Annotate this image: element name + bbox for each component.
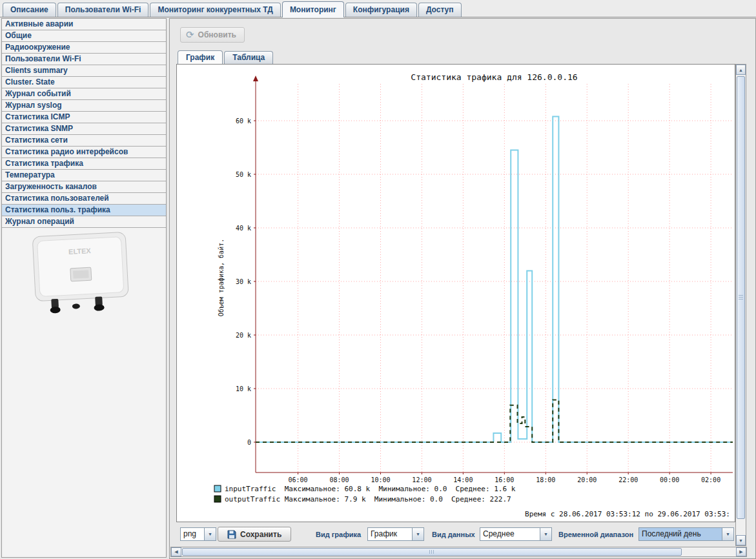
- svg-text:16:00: 16:00: [495, 476, 514, 483]
- chevron-down-icon[interactable]: ▼: [540, 528, 551, 540]
- refresh-button[interactable]: ⟳ Обновить: [180, 27, 245, 43]
- chevron-down-icon[interactable]: ▼: [412, 528, 424, 540]
- refresh-label: Обновить: [198, 30, 236, 39]
- chart-viewport: 06:0008:0010:0012:0014:0016:0018:0020:00…: [176, 64, 735, 522]
- top-tab-bar: ОписаниеПользователи Wi-FiМониторинг кон…: [0, 0, 756, 17]
- sidebar-item-traffic-stats[interactable]: Статистика трафика: [2, 158, 166, 170]
- svg-text:0: 0: [247, 439, 251, 446]
- data-type-label: Вид данных: [432, 526, 475, 543]
- floppy-icon: [227, 530, 236, 539]
- svg-text:20 k: 20 k: [236, 332, 251, 339]
- svg-text:12:00: 12:00: [412, 476, 431, 483]
- chart-type-select[interactable]: График ▼: [367, 527, 424, 541]
- sidebar-item-event-log[interactable]: Журнал событий: [2, 88, 166, 100]
- save-label: Сохранить: [240, 530, 281, 539]
- sidebar-item-network-stats[interactable]: Статистика сети: [2, 135, 166, 147]
- vertical-scroll-thumb[interactable]: [737, 76, 745, 519]
- traffic-chart: 06:0008:0010:0012:0014:0016:0018:0020:00…: [177, 65, 735, 522]
- sidebar-item-active-alarms[interactable]: Активные аварии: [2, 19, 166, 30]
- data-type-value: Среднее: [480, 528, 540, 540]
- svg-text:60 k: 60 k: [236, 117, 251, 125]
- svg-text:40 k: 40 k: [236, 225, 251, 232]
- series-outputTraffic: [256, 400, 733, 442]
- sidebar-item-temperature[interactable]: Температура: [2, 170, 166, 181]
- sidebar-item-clients-summary[interactable]: Clients summary: [2, 65, 166, 77]
- svg-text:22:00: 22:00: [618, 476, 638, 483]
- sidebar-item-general[interactable]: Общие: [2, 30, 166, 42]
- tab-configuration[interactable]: Конфигурация: [345, 3, 417, 17]
- main-panel: ⟳ Обновить ГрафикТаблица 06:0008:0010:00…: [169, 18, 756, 559]
- vertical-scrollbar[interactable]: ▲ ▼: [735, 64, 746, 546]
- content-tab-table[interactable]: Таблица: [224, 51, 273, 64]
- sidebar-item-operations-log[interactable]: Журнал операций: [2, 216, 166, 228]
- sidebar-item-wifi-users[interactable]: Пользователи Wi-Fi: [2, 54, 166, 65]
- sidebar-item-user-stats[interactable]: Статистика пользователей: [2, 193, 166, 205]
- sidebar-item-radio-environment[interactable]: Радиоокружение: [2, 42, 166, 54]
- svg-text:10:00: 10:00: [371, 476, 390, 483]
- chart-time-range: Время с 28.06.2017 03:53:12 по 29.06.201…: [525, 510, 730, 518]
- scroll-left-button[interactable]: ◀: [171, 547, 181, 556]
- legend-swatch-inputTraffic: [214, 485, 221, 492]
- chart-title: Статистика трафика для 126.0.0.16: [411, 72, 577, 82]
- tab-neighbor-ap-monitoring[interactable]: Мониторинг конкурентных ТД: [150, 3, 280, 17]
- series-inputTraffic: [256, 116, 733, 442]
- device-image: ELTEX: [16, 230, 145, 320]
- sidebar-item-user-traffic-stats[interactable]: Статистика польз. трафика: [2, 205, 166, 216]
- horizontal-scroll-thumb[interactable]: [182, 548, 682, 556]
- tab-wifi-users[interactable]: Пользователи Wi-Fi: [57, 3, 149, 17]
- svg-text:10 k: 10 k: [236, 385, 251, 392]
- svg-text:50 k: 50 k: [236, 171, 251, 178]
- save-button[interactable]: Сохранить: [218, 527, 291, 542]
- format-select[interactable]: png ▼: [180, 527, 216, 541]
- svg-text:18:00: 18:00: [536, 476, 555, 483]
- sidebar-item-icmp-stats[interactable]: Статистика ICMP: [2, 112, 166, 123]
- scroll-right-button[interactable]: ▶: [736, 547, 746, 556]
- sidebar-item-cluster-state[interactable]: Cluster. State: [2, 77, 166, 88]
- chart-type-value: График: [368, 528, 412, 540]
- svg-text:30 k: 30 k: [236, 278, 251, 285]
- device-brand-label: ELTEX: [68, 247, 92, 256]
- legend-entry-outputTraffic: outputTraffic Максимальное: 7.9 k Минима…: [225, 495, 511, 503]
- content-tab-chart[interactable]: График: [178, 50, 223, 65]
- svg-text:00:00: 00:00: [660, 476, 679, 483]
- legend-swatch-outputTraffic: [214, 496, 221, 502]
- refresh-icon: ⟳: [186, 29, 194, 41]
- sidebar-item-snmp-stats[interactable]: Статистика SNMP: [2, 123, 166, 135]
- time-range-label: Временной диапазон: [558, 526, 633, 543]
- svg-text:14:00: 14:00: [453, 476, 473, 483]
- chevron-down-icon[interactable]: ▼: [722, 528, 733, 540]
- tab-monitoring[interactable]: Мониторинг: [282, 1, 344, 17]
- svg-text:02:00: 02:00: [701, 476, 720, 483]
- data-type-select[interactable]: Среднее ▼: [480, 527, 552, 541]
- content-tab-bar: ГрафикТаблица: [178, 50, 273, 64]
- tab-description[interactable]: Описание: [3, 3, 56, 17]
- svg-text:20:00: 20:00: [577, 476, 597, 483]
- sidebar-item-list: Активные аварииОбщиеРадиоокружениеПользо…: [2, 19, 166, 228]
- scroll-up-button[interactable]: ▲: [736, 65, 746, 75]
- sidebar-item-radio-interface-stats[interactable]: Статистика радио интерфейсов: [2, 147, 166, 158]
- chart-type-label: Вид графика: [316, 526, 361, 543]
- legend-entry-inputTraffic: inputTraffic Максимальное: 60.8 k Минима…: [225, 485, 516, 493]
- svg-text:06:00: 06:00: [288, 476, 307, 483]
- chart-ylabel: Объем трафика, байт.: [218, 239, 225, 316]
- format-select-value: png: [181, 528, 204, 540]
- svg-text:08:00: 08:00: [329, 476, 349, 483]
- tab-access[interactable]: Доступ: [418, 3, 462, 17]
- sidebar-item-channel-utilization[interactable]: Загруженность каналов: [2, 181, 166, 193]
- horizontal-scrollbar[interactable]: ◀ ▶: [170, 547, 747, 557]
- sidebar: Активные аварииОбщиеРадиоокружениеПользо…: [1, 18, 167, 558]
- time-range-select[interactable]: Последний день ▼: [639, 527, 734, 541]
- chart-controls: png ▼ Сохранить Вид графика График ▼ Вид…: [170, 526, 755, 543]
- chevron-down-icon[interactable]: ▼: [204, 528, 216, 540]
- sidebar-item-syslog-log[interactable]: Журнал syslog: [2, 100, 166, 112]
- time-range-value: Последний день: [639, 528, 722, 540]
